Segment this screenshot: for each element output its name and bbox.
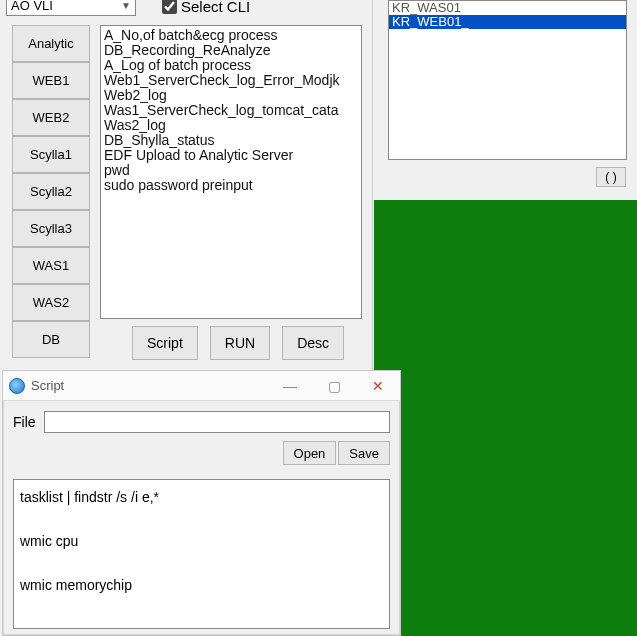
env-dropdown[interactable]: AO VLI ▼ — [6, 0, 136, 16]
run-button[interactable]: RUN — [210, 326, 270, 360]
select-cli-checkbox[interactable]: Select CLI — [162, 0, 250, 15]
server-button-db[interactable]: DB — [12, 321, 90, 358]
server-button-scylla2[interactable]: Scylla2 — [12, 173, 90, 210]
terminal-area — [374, 200, 637, 636]
list-item[interactable]: DB_Recording_ReAnalyze — [104, 43, 358, 58]
server-button-column: Analytic WEB1 WEB2 Scylla1 Scylla2 Scyll… — [12, 25, 90, 358]
save-button[interactable]: Save — [338, 441, 390, 465]
script-button[interactable]: Script — [132, 326, 198, 360]
server-button-was1[interactable]: WAS1 — [12, 247, 90, 284]
paren-button[interactable]: ( ) — [596, 167, 626, 187]
list-item[interactable]: Was1_ServerCheck_log_tomcat_cata — [104, 103, 358, 118]
server-button-web1[interactable]: WEB1 — [12, 62, 90, 99]
server-button-scylla1[interactable]: Scylla1 — [12, 136, 90, 173]
open-button[interactable]: Open — [283, 441, 337, 465]
host-listbox[interactable]: KR_WAS01 KR_WEB01_ — [388, 0, 627, 160]
titlebar[interactable]: Script — ▢ ✕ — [3, 371, 400, 401]
server-button-web2[interactable]: WEB2 — [12, 99, 90, 136]
command-listbox[interactable]: A_No,of batch&ecg process DB_Recording_R… — [100, 25, 362, 319]
maximize-icon[interactable]: ▢ — [312, 371, 356, 401]
list-item[interactable]: A_No,of batch&ecg process — [104, 28, 358, 43]
window-title: Script — [31, 378, 64, 393]
select-cli-label: Select CLI — [181, 0, 250, 15]
list-item[interactable]: sudo password preinput — [104, 178, 358, 193]
select-cli-input[interactable] — [162, 0, 177, 14]
close-icon[interactable]: ✕ — [356, 371, 400, 401]
minimize-icon[interactable]: — — [268, 371, 312, 401]
desc-button[interactable]: Desc — [282, 326, 344, 360]
list-item[interactable]: EDF Upload to Analytic Server — [104, 148, 358, 163]
open-save-row: Open Save — [3, 437, 400, 469]
main-panel: AO VLI ▼ Select CLI Analytic WEB1 WEB2 S… — [0, 0, 373, 370]
script-textarea[interactable] — [13, 479, 390, 629]
list-item[interactable]: A_Log of batch process — [104, 58, 358, 73]
env-dropdown-value: AO VLI — [11, 0, 53, 13]
server-button-analytic[interactable]: Analytic — [12, 25, 90, 62]
list-item[interactable]: KR_WAS01 — [389, 1, 626, 15]
list-item[interactable]: DB_Shylla_status — [104, 133, 358, 148]
chevron-down-icon: ▼ — [121, 0, 131, 11]
file-row: File — [3, 401, 400, 437]
list-item[interactable]: Was2_log — [104, 118, 358, 133]
list-item[interactable]: Web2_log — [104, 88, 358, 103]
action-row: Script RUN Desc — [132, 326, 344, 360]
file-input[interactable] — [44, 411, 390, 433]
server-button-scylla3[interactable]: Scylla3 — [12, 210, 90, 247]
server-button-was2[interactable]: WAS2 — [12, 284, 90, 321]
script-window: Script — ▢ ✕ File Open Save — [2, 370, 401, 636]
list-item[interactable]: pwd — [104, 163, 358, 178]
file-label: File — [13, 414, 36, 430]
list-item[interactable]: Web1_ServerCheck_log_Error_Modjk — [104, 73, 358, 88]
app-icon — [9, 378, 25, 394]
list-item-selected[interactable]: KR_WEB01_ — [389, 15, 626, 29]
window-buttons: — ▢ ✕ — [268, 371, 400, 401]
